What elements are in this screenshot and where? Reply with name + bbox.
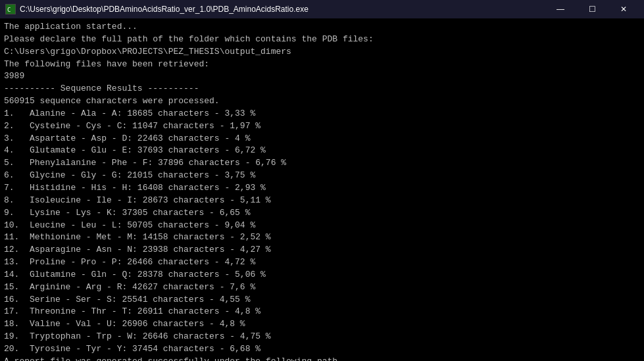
title-bar: C C:\Users\grigo\Desktop\PDBAminoAcidsRa…: [0, 0, 644, 18]
terminal-line: 10. Leucine - Leu - L: 50705 characters …: [4, 220, 640, 232]
terminal-line: 6. Glycine - Gly - G: 21015 characters -…: [4, 170, 640, 182]
terminal-line: 20. Tyrosine - Tyr - Y: 37454 characters…: [4, 343, 640, 356]
terminal-line: 2. Cysteine - Cys - C: 11047 characters …: [4, 120, 640, 133]
terminal-line: 12. Asparagine - Asn - N: 23938 characte…: [4, 244, 640, 256]
terminal-line: Please declare the full path of the fold…: [4, 34, 640, 46]
terminal-line: 11. Methionine - Met - M: 14158 characte…: [4, 231, 640, 244]
window: C C:\Users\grigo\Desktop\PDBAminoAcidsRa…: [0, 0, 644, 361]
svg-text:C: C: [7, 7, 11, 13]
terminal-line: C:\Users\grigo\Dropbox\PROJECTS\PEZ_THES…: [4, 46, 640, 59]
terminal-line: The following files have been retrieved:: [4, 59, 640, 71]
title-bar-left: C C:\Users\grigo\Desktop\PDBAminoAcidsRa…: [5, 4, 309, 14]
terminal-line: The application started...: [4, 21, 640, 34]
terminal-line: 18. Valine - Val - U: 26906 characters -…: [4, 318, 640, 331]
terminal-line: 1. Alanine - Ala - A: 18685 characters -…: [4, 108, 640, 120]
terminal-line: 4. Glutamate - Glu - E: 37693 characters…: [4, 145, 640, 157]
terminal-line: 560915 sequence characters were processe…: [4, 95, 640, 108]
terminal-line: 5. Phenylalanine - Phe - F: 37896 charac…: [4, 157, 640, 170]
maximize-button[interactable]: ☐: [577, 0, 607, 18]
terminal-line: 17. Threonine - Thr - T: 26911 character…: [4, 306, 640, 318]
minimize-button[interactable]: —: [545, 0, 576, 18]
terminal-output: The application started...Please declare…: [0, 18, 644, 361]
terminal-line: ---------- Sequence Results ----------: [4, 83, 640, 95]
terminal-line: 3. Aspartate - Asp - D: 22463 characters…: [4, 133, 640, 145]
title-bar-controls: — ☐ ✕: [545, 0, 639, 18]
app-icon: C: [5, 4, 16, 14]
terminal-line: 7. Histidine - His - H: 16408 characters…: [4, 182, 640, 195]
terminal-line: 8. Isoleucine - Ile - I: 28673 character…: [4, 195, 640, 207]
terminal-line: 13. Proline - Pro - P: 26466 characters …: [4, 256, 640, 269]
terminal-line: 14. Glutamine - Gln - Q: 28378 character…: [4, 269, 640, 281]
terminal-line: 9. Lysine - Lys - K: 37305 characters - …: [4, 207, 640, 220]
close-button[interactable]: ✕: [608, 0, 639, 18]
terminal-line: 16. Serine - Ser - S: 25541 characters -…: [4, 294, 640, 306]
window-title: C:\Users\grigo\Desktop\PDBAminoAcidsRati…: [20, 5, 309, 14]
terminal-line: 15. Arginine - Arg - R: 42627 characters…: [4, 281, 640, 294]
terminal-line: A report file was generated successfully…: [4, 356, 640, 361]
terminal-line: 3989: [4, 70, 640, 83]
terminal-line: 19. Tryptophan - Trp - W: 26646 characte…: [4, 331, 640, 343]
